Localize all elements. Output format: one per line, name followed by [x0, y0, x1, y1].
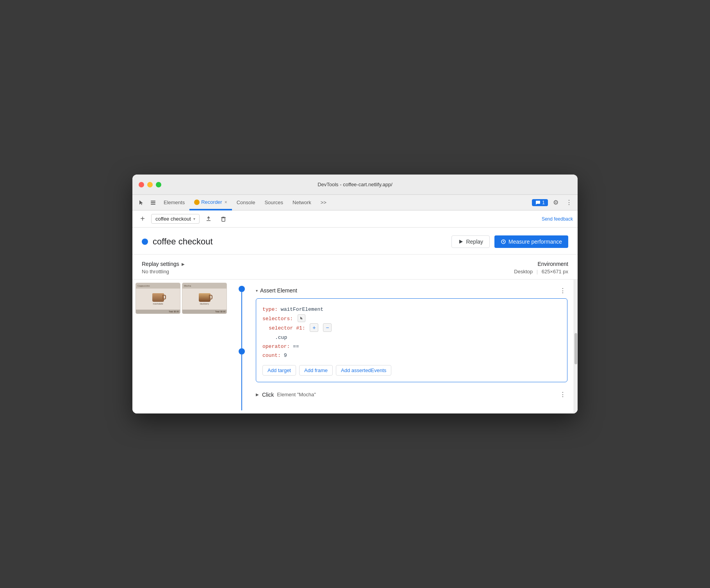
chat-icon: [535, 200, 541, 205]
scrollbar[interactable]: [574, 280, 578, 413]
tab-actions: 1 ⚙ ⋮: [532, 197, 574, 208]
environment-label: Environment: [514, 261, 568, 267]
thumbnail-panel: Cappuccino matchalatte Total: $0.00 Moch…: [132, 280, 234, 413]
settings-bar: Replay settings ▶ No throttling Environm…: [132, 255, 578, 280]
steps-outer: Cappuccino matchalatte Total: $0.00 Moch…: [132, 280, 578, 413]
click-expand-icon: ▶: [256, 392, 259, 397]
timeline-node-2: [239, 348, 245, 355]
measure-performance-button[interactable]: Measure performance: [494, 235, 568, 248]
assert-element-toggle[interactable]: ▾ Assert Element: [256, 287, 297, 294]
add-recording-button[interactable]: +: [137, 214, 148, 225]
assert-element-step: ▾ Assert Element ⋮ type: waitFo: [256, 286, 567, 382]
settings-arrow-icon: ▶: [182, 262, 185, 266]
click-step-content: ▶ Click Element "Mocha": [256, 388, 316, 401]
recorder-toolbar: + coffee checkout ▾ Send feedback: [132, 210, 578, 228]
tab-bar: Elements Recorder × Console Sources Netw…: [132, 195, 578, 210]
svg-rect-1: [151, 202, 155, 203]
devtools-window: DevTools - coffee-cart.netlify.app/ Elem…: [132, 175, 578, 413]
recording-selector[interactable]: coffee checkout ▾: [151, 214, 200, 224]
svg-rect-2: [151, 204, 155, 205]
add-target-button[interactable]: Add target: [262, 365, 296, 376]
click-step: ▶ Click Element "Mocha" ⋮: [256, 388, 567, 401]
measure-icon: [501, 239, 506, 244]
titlebar: DevTools - coffee-cart.netlify.app/: [132, 175, 578, 195]
tab-sources[interactable]: Sources: [260, 195, 288, 210]
click-step-menu-button[interactable]: ⋮: [558, 390, 567, 399]
mug-icon-2: [199, 293, 211, 302]
chat-badge[interactable]: 1: [532, 199, 548, 206]
thumbnail-2: Mocha blackberry Total: $0.00: [182, 283, 227, 314]
timeline: [234, 283, 250, 410]
more-menu-button[interactable]: ⋮: [564, 197, 574, 208]
play-icon: [458, 239, 464, 244]
environment-value: Desktop | 625×671 px: [514, 269, 568, 274]
timeline-node-1: [239, 286, 245, 292]
click-step-header: ▶ Click Element "Mocha" ⋮: [256, 388, 567, 401]
add-asserted-events-button[interactable]: Add assertedEvents: [336, 365, 391, 376]
code-line-selector1: selector #1: + −: [262, 323, 561, 333]
close-button[interactable]: [139, 182, 144, 187]
timeline-line-2: [241, 355, 242, 410]
replay-button[interactable]: Replay: [451, 235, 490, 248]
maximize-button[interactable]: [156, 182, 161, 187]
main-content: coffee checkout Replay Measure performan…: [132, 228, 578, 413]
steps-content: ▾ Assert Element ⋮ type: waitFo: [250, 283, 574, 410]
tab-recorder[interactable]: Recorder ×: [189, 195, 232, 210]
tab-network[interactable]: Network: [288, 195, 316, 210]
code-line-operator: operator: ==: [262, 342, 561, 351]
throttling-value: No throttling: [142, 269, 185, 274]
recording-title: coffee checkout: [153, 237, 451, 247]
code-line-selectors: selectors:: [262, 314, 561, 323]
replay-settings-toggle[interactable]: Replay settings ▶: [142, 261, 185, 267]
thumbnail-1: Cappuccino matchalatte Total: $0.00: [136, 283, 180, 314]
selector-picker-button[interactable]: [298, 314, 305, 322]
export-icon: [205, 216, 212, 222]
code-actions: Add target Add frame Add assertedEvents: [262, 365, 561, 376]
mug-icon-1: [152, 293, 164, 302]
assert-element-header: ▾ Assert Element ⋮: [256, 286, 567, 295]
export-button[interactable]: [203, 213, 214, 225]
cursor-icon-button[interactable]: [136, 197, 147, 208]
settings-right: Environment Desktop | 625×671 px: [514, 261, 568, 274]
layers-icon-button[interactable]: [147, 197, 159, 208]
settings-left: Replay settings ▶ No throttling: [142, 261, 185, 274]
cursor-picker-icon: [300, 316, 303, 320]
window-title: DevTools - coffee-cart.netlify.app/: [318, 182, 392, 187]
thumbnail-strip: Cappuccino matchalatte Total: $0.00 Moch…: [136, 283, 231, 314]
recorder-close-button[interactable]: ×: [225, 200, 227, 205]
step-expand-icon: ▾: [256, 289, 258, 293]
window-controls: [139, 182, 161, 187]
recorder-dot-icon: [194, 200, 200, 205]
recording-indicator: [142, 239, 148, 245]
minimize-button[interactable]: [147, 182, 153, 187]
selector-chevron-icon: ▾: [193, 217, 195, 221]
scrollbar-thumb: [574, 333, 577, 364]
settings-button[interactable]: ⚙: [550, 197, 561, 208]
send-feedback-link[interactable]: Send feedback: [542, 216, 573, 222]
assert-element-code: type: waitForElement selectors:: [256, 298, 567, 382]
svg-marker-4: [459, 240, 463, 244]
timeline-steps: ▾ Assert Element ⋮ type: waitFo: [234, 280, 574, 413]
selector-remove-button[interactable]: −: [323, 323, 332, 332]
svg-rect-3: [222, 218, 225, 221]
trash-icon: [220, 216, 227, 222]
svg-rect-0: [151, 201, 155, 201]
code-line-type: type: waitForElement: [262, 305, 561, 314]
timeline-line-1: [241, 292, 242, 348]
recording-header: coffee checkout Replay Measure performan…: [132, 228, 578, 255]
add-frame-button[interactable]: Add frame: [299, 365, 333, 376]
code-line-selector-value: .cup: [262, 333, 561, 342]
tab-console[interactable]: Console: [232, 195, 260, 210]
assert-step-menu-button[interactable]: ⋮: [558, 286, 567, 295]
tab-more[interactable]: >>: [316, 195, 331, 210]
delete-button[interactable]: [218, 213, 229, 225]
tab-elements[interactable]: Elements: [159, 195, 189, 210]
env-divider: |: [537, 269, 538, 274]
recording-name: coffee checkout: [155, 216, 191, 222]
selector-add-button[interactable]: +: [310, 323, 318, 332]
code-line-count: count: 9: [262, 351, 561, 360]
